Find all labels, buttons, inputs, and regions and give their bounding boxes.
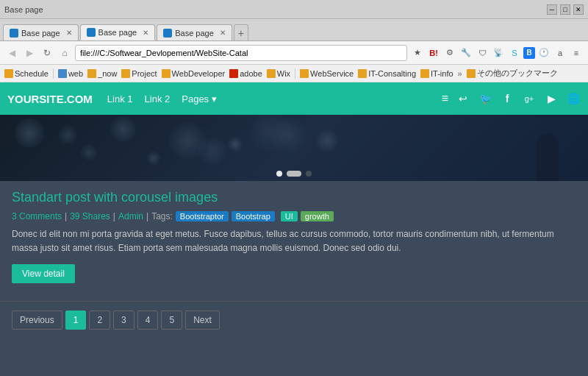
author-link[interactable]: Admin [118, 211, 143, 221]
bookmark-sep-1 [53, 68, 54, 79]
facebook-icon[interactable]: f [500, 91, 514, 106]
site-nav: YOURSITE.COM Link 1 Link 2 Pages ▾ ≡ ↩ 🐦… [0, 82, 588, 115]
bookmarks-overflow[interactable]: » [458, 69, 462, 78]
tools-icon[interactable]: 🔧 [459, 46, 473, 60]
tab-label-1: Base page [21, 29, 60, 38]
skype-icon[interactable]: S [507, 46, 522, 60]
address-input[interactable] [75, 45, 407, 61]
site-logo: YOURSITE.COM [7, 93, 93, 105]
clock-icon[interactable]: 🕐 [537, 46, 551, 60]
page-btn-2[interactable]: 2 [89, 311, 110, 330]
web-content: YOURSITE.COM Link 1 Link 2 Pages ▾ ≡ ↩ 🐦… [0, 82, 588, 376]
bookmark-webdev[interactable]: WebDeveloper [162, 69, 226, 78]
tab-close-1[interactable]: ✕ [66, 29, 72, 37]
page-btn-3[interactable]: 3 [113, 311, 135, 330]
bookmark-icon-webservice [300, 69, 309, 78]
tab-label-3: Base page [175, 29, 214, 38]
maximize-btn[interactable]: □ [560, 4, 570, 15]
amazon-icon[interactable]: a [553, 46, 567, 60]
address-bar: ◀ ▶ ↻ ⌂ ★ B! ⚙ 🔧 🛡 📡 S B 🕐 a ≡ [0, 41, 588, 65]
forward-btn[interactable]: ▶ [22, 46, 37, 60]
tab-close-2[interactable]: ✕ [143, 29, 148, 37]
bookmark-icon-schedule [4, 69, 13, 78]
page-btn-5[interactable]: 5 [161, 311, 182, 330]
nav-link-1[interactable]: Link 1 [107, 93, 133, 104]
back-btn[interactable]: ◀ [4, 46, 19, 60]
tab-3[interactable]: Base page ✕ [157, 24, 232, 40]
home-btn[interactable]: ⌂ [57, 46, 72, 60]
bookmark-label-webservice: WebService [310, 69, 354, 78]
meta-sep-3: | [146, 211, 148, 221]
gear-icon[interactable]: ⚙ [442, 46, 457, 60]
bookmark-japanese[interactable]: その他のブックマーク [467, 68, 558, 79]
page-btn-4[interactable]: 4 [137, 311, 159, 330]
bookmark-icon-it [358, 69, 367, 78]
bookmarks-bar: Schedule web _now Project WebDeveloper a… [0, 65, 588, 82]
reload-btn[interactable]: ↻ [40, 46, 54, 60]
carousel-dots [276, 171, 312, 177]
shield-icon[interactable]: 🛡 [475, 46, 490, 60]
bookmark-label-adobe: adobe [240, 69, 262, 78]
hero-image [0, 115, 588, 181]
tab-2[interactable]: Base page ✕ [80, 24, 156, 40]
carousel-dot-3[interactable] [306, 171, 312, 177]
twitter-icon[interactable]: 🐦 [478, 91, 492, 106]
carousel-dot-2[interactable] [287, 171, 301, 177]
bookmark-webservice[interactable]: WebService [300, 69, 354, 78]
bookmark-icon-now [87, 69, 96, 78]
bookmark-wix[interactable]: Wix [267, 69, 290, 78]
googleplus-icon[interactable]: g+ [522, 91, 537, 106]
nav-link-pages[interactable]: Pages ▾ [182, 93, 216, 104]
bookmark-label-itinfo: IT-info [431, 69, 453, 78]
share-icon[interactable]: ↩ [456, 91, 470, 106]
menu-icon[interactable]: ≡ [569, 46, 584, 60]
bookmark-label-project: Project [132, 69, 157, 78]
bi-icon[interactable]: B! [426, 46, 441, 60]
shares-link[interactable]: 39 Shares [70, 211, 110, 221]
tag-bootstraptor[interactable]: Bootstraptor [176, 211, 229, 221]
social-icons: ↩ 🐦 f g+ ▶ 🌐 [456, 91, 581, 106]
tag-growth[interactable]: growth [301, 211, 334, 221]
next-btn[interactable]: Next [185, 311, 220, 330]
post-title: Standart post with corousel images [12, 190, 576, 205]
tag-bootstrap[interactable]: Bootstrap [232, 211, 275, 221]
feed-icon[interactable]: 📡 [491, 46, 506, 60]
close-btn[interactable]: ✕ [573, 4, 584, 15]
page-btn-1[interactable]: 1 [65, 311, 87, 330]
tab-close-3[interactable]: ✕ [220, 29, 226, 37]
toolbar-icons: ★ B! ⚙ 🔧 🛡 📡 S B 🕐 a ≡ [410, 46, 584, 60]
bookmark-label-jp: その他のブックマーク [477, 68, 558, 79]
bookmark-it-info[interactable]: IT-info [420, 69, 453, 78]
bookmark-it-consalting[interactable]: IT-Consalting [358, 69, 416, 78]
bookmark-adobe[interactable]: adobe [229, 69, 262, 78]
post-meta: 3 Comments | 39 Shares | Admin | Tags: B… [12, 211, 576, 221]
comments-link[interactable]: 3 Comments [12, 211, 62, 221]
nav-link-2[interactable]: Link 2 [145, 93, 171, 104]
new-tab-btn[interactable]: + [234, 24, 248, 40]
bookmark-schedule[interactable]: Schedule [4, 69, 49, 78]
tab-favicon-2 [87, 28, 96, 37]
nav-links: Link 1 Link 2 Pages ▾ [107, 93, 217, 104]
view-detail-btn[interactable]: View detail [12, 264, 75, 283]
web-icon[interactable]: 🌐 [566, 91, 581, 106]
carousel-dot-1[interactable] [276, 171, 282, 177]
b-icon[interactable]: B [523, 47, 535, 59]
tabs-bar: Base page ✕ Base page ✕ Base page ✕ + [0, 19, 588, 41]
browser-window: Base page ─ □ ✕ Base page ✕ Base page ✕ … [0, 0, 588, 376]
tab-1[interactable]: Base page ✕ [3, 24, 79, 40]
hamburger-icon[interactable]: ≡ [442, 92, 448, 105]
prev-btn[interactable]: Previous [12, 311, 62, 330]
bookmark-web[interactable]: web [58, 69, 83, 78]
bookmark-now[interactable]: _now [87, 69, 117, 78]
minimize-btn[interactable]: ─ [547, 4, 557, 15]
bookmark-star-icon[interactable]: ★ [410, 46, 425, 60]
tab-favicon-3 [163, 29, 172, 38]
bookmark-icon-webdev [162, 69, 171, 78]
youtube-icon[interactable]: ▶ [544, 91, 559, 106]
bookmark-label-now: _now [98, 69, 117, 78]
tag-ui[interactable]: UI [281, 211, 298, 221]
bookmark-project[interactable]: Project [121, 69, 157, 78]
tab-label-2: Base page [98, 28, 137, 37]
bookmark-icon-jp [467, 69, 476, 78]
divider [0, 301, 588, 302]
